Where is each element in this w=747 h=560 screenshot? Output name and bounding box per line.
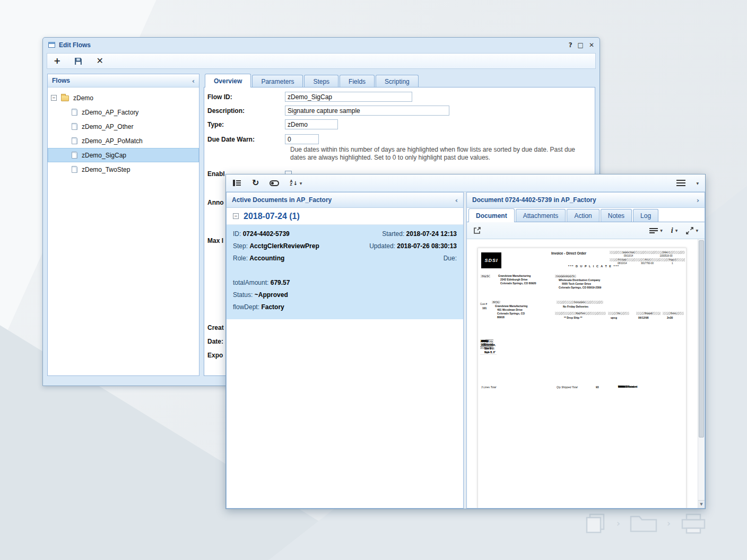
tree-node-label: zDemo_AP_PoMatch xyxy=(82,137,143,145)
document-viewer-panel: Document 0724-4402-5739 in AP_Factory › … xyxy=(466,192,705,509)
page-layout-icon xyxy=(649,228,658,234)
tab-parameters[interactable]: Parameters xyxy=(252,75,303,88)
tab-notes[interactable]: Notes xyxy=(601,209,632,222)
active-documents-title: Active Documents in AP_Factory xyxy=(232,196,332,204)
tab-document[interactable]: Document xyxy=(468,208,515,222)
bill-to-label: Bill To: xyxy=(492,301,500,304)
help-icon[interactable]: ? xyxy=(569,41,572,49)
scroll-down-button[interactable]: ▼ xyxy=(698,500,705,508)
toggle-view-button[interactable] xyxy=(270,180,279,186)
copy-pages-icon[interactable] xyxy=(584,512,608,535)
group-collapse-icon[interactable]: − xyxy=(233,213,239,219)
chevron-right-icon: › xyxy=(616,518,620,529)
delete-flow-button[interactable]: ✕ xyxy=(96,57,103,65)
correspondence-label: Correspondence To: xyxy=(555,275,576,278)
viewer-scrollbar[interactable]: ▼ xyxy=(698,239,705,508)
sort-button[interactable]: AZ ↓ ▼ xyxy=(290,180,302,186)
window-controls: ? □ ✕ xyxy=(569,41,594,49)
file-icon xyxy=(72,152,77,159)
window-icon xyxy=(48,42,55,48)
doc-id: ID: 0724-4402-5739 xyxy=(233,230,290,238)
chevron-down-icon: ▼ xyxy=(675,229,678,232)
invoice-preview: SDSI Invoice - Direct Order Invoice Date… xyxy=(477,248,687,508)
flow-list-button[interactable] xyxy=(232,179,241,187)
add-flow-button[interactable]: + xyxy=(54,57,60,65)
info-icon: i xyxy=(671,226,673,235)
due-date-warn-input[interactable] xyxy=(285,134,319,144)
max-label-clipped: Max I xyxy=(207,237,223,244)
tab-scripting[interactable]: Scripting xyxy=(376,75,419,88)
close-icon[interactable]: ✕ xyxy=(589,41,594,49)
tab-steps[interactable]: Steps xyxy=(304,75,338,88)
due-date-help-text: Due dates within this number of days are… xyxy=(290,146,578,162)
document-list-item[interactable]: ID: 0724-4402-5739 Started: 2018-07-24 1… xyxy=(227,225,463,319)
doc-role: Role: Accounting xyxy=(233,255,284,262)
tab-attachments[interactable]: Attachments xyxy=(516,209,566,222)
edit-flows-titlebar: Edit Flows ? □ ✕ xyxy=(43,38,600,52)
open-external-button[interactable] xyxy=(473,226,481,234)
collapse-panel-icon[interactable]: ‹ xyxy=(455,196,458,204)
tab-overview[interactable]: Overview xyxy=(205,74,251,88)
document-info-button[interactable]: i ▼ xyxy=(671,226,678,235)
open-external-icon xyxy=(473,226,481,234)
refresh-button[interactable]: ↻ xyxy=(252,179,259,187)
flow-detail-tabs: Overview Parameters Steps Fields Scripti… xyxy=(204,74,595,88)
save-flow-button[interactable] xyxy=(74,57,82,65)
flows-panel-header: Flows ‹ xyxy=(48,74,199,88)
chevron-right-icon: › xyxy=(667,518,671,529)
date-group-title: 2018-07-24 (1) xyxy=(244,212,300,221)
tree-node-label: zDemo_AP_Other xyxy=(82,123,133,130)
type-label: Type: xyxy=(207,121,285,128)
tree-node-zdemo[interactable]: − zDemo xyxy=(48,91,199,105)
lines-total: 3 Lines Total xyxy=(481,386,496,389)
file-icon xyxy=(72,109,77,116)
type-input[interactable] xyxy=(285,119,338,129)
chevron-down-icon: ▼ xyxy=(300,181,302,185)
chevron-down-icon[interactable]: ▼ xyxy=(696,181,699,185)
description-input[interactable] xyxy=(285,106,449,116)
active-documents-panel: Active Documents in AP_Factory ‹ − 2018-… xyxy=(226,192,464,509)
due-date-warn-label: Due Date Warn: xyxy=(207,136,285,143)
flow-id-input[interactable] xyxy=(285,92,412,102)
doc-updated: Updated: 2018-07-26 08:30:13 xyxy=(369,242,457,250)
documents-toolbar: ↻ AZ ↓ ▼ ▼ xyxy=(226,174,705,192)
file-icon xyxy=(72,123,77,130)
doc-due: Due: xyxy=(444,255,457,262)
file-icon xyxy=(72,137,77,144)
date-group-row[interactable]: − 2018-07-24 (1) xyxy=(227,208,463,225)
menu-icon[interactable] xyxy=(676,180,685,186)
active-documents-header: Active Documents in AP_Factory ‹ xyxy=(227,192,463,208)
flows-panel-title: Flows xyxy=(52,77,70,84)
cust-label: Cust # xyxy=(480,303,487,305)
doc-flow-dept: flowDept: Factory xyxy=(233,303,284,311)
tree-node-ap-factory[interactable]: zDemo_AP_Factory xyxy=(48,105,199,119)
window-title: Edit Flows xyxy=(59,41,91,49)
page-layout-button[interactable]: ▼ xyxy=(649,228,663,234)
annotation-label-clipped: Anno xyxy=(207,199,224,206)
fullscreen-button[interactable]: ▼ xyxy=(686,227,698,234)
collapse-panel-icon[interactable]: ‹ xyxy=(192,77,195,85)
folder-icon xyxy=(61,95,69,101)
invoice-title: Invoice - Direct Order xyxy=(551,251,610,255)
chevron-down-icon: ▼ xyxy=(696,229,698,232)
tab-action[interactable]: Action xyxy=(567,209,599,222)
toggle-icon xyxy=(270,180,279,186)
tree-node-ap-other[interactable]: zDemo_AP_Other xyxy=(48,119,199,134)
tree-node-ap-pomatch[interactable]: zDemo_AP_PoMatch xyxy=(48,134,199,148)
tab-log[interactable]: Log xyxy=(633,209,658,222)
flows-panel: Flows ‹ − zDemo zDemo_AP_Factory zDemo_A… xyxy=(47,74,199,376)
tree-node-label: zDemo xyxy=(73,94,93,102)
expand-panel-icon[interactable]: › xyxy=(697,196,699,204)
tree-collapse-icon[interactable]: − xyxy=(51,95,57,101)
bottom-shortcuts: › › xyxy=(584,512,708,535)
folder-outline-icon[interactable] xyxy=(629,512,658,535)
tab-fields[interactable]: Fields xyxy=(340,75,375,88)
printer-icon[interactable] xyxy=(679,512,708,535)
scrollbar-thumb[interactable] xyxy=(699,240,704,438)
tree-node-sigcap-selected[interactable]: zDemo_SigCap xyxy=(48,148,199,162)
document-viewer-title: Document 0724-4402-5739 in AP_Factory xyxy=(472,196,596,204)
maximize-icon[interactable]: □ xyxy=(578,41,584,49)
tree-node-twostep[interactable]: zDemo_TwoStep xyxy=(48,162,199,177)
created-label-clipped: Creat xyxy=(207,324,224,331)
sort-icon: AZ ↓ xyxy=(290,180,297,186)
